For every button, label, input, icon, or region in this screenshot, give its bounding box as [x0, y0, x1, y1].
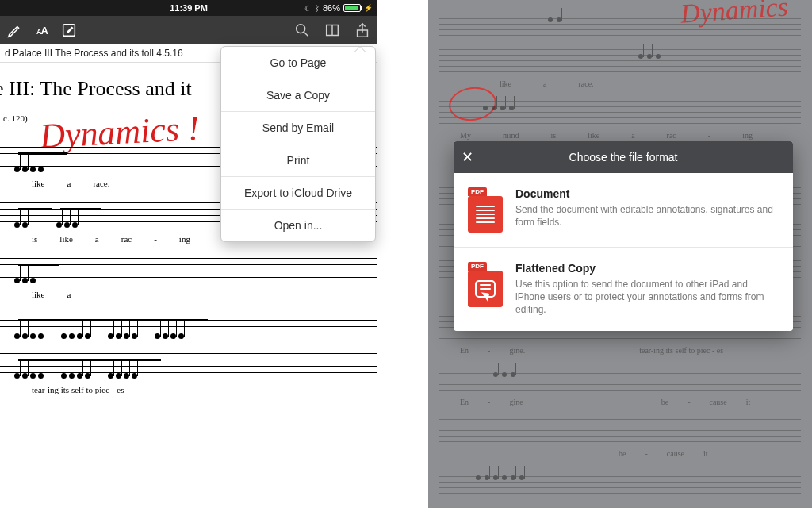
pdf-flattened-icon: PDF	[468, 262, 503, 317]
file-format-modal: ✕ Choose the file format PDF Document Se…	[454, 141, 793, 331]
right-screenshot: Dynamics likearace. Mymindislikearac-ing…	[428, 0, 812, 508]
screenshot-gap	[381, 0, 428, 508]
toolbar-left: AA	[6, 21, 78, 39]
option-desc: Use this option to send the document to …	[515, 278, 779, 317]
app-toolbar: AA	[0, 16, 377, 44]
lyrics-row: tear-ing its self to piec - es	[0, 385, 377, 394]
compose-icon[interactable]	[60, 21, 78, 39]
charging-icon: ⚡	[364, 4, 373, 12]
menu-send-email[interactable]: Send by Email	[221, 112, 375, 144]
staff-line	[439, 368, 801, 391]
ios-status-bar: 11:39 PM ☾ ᛒ 86% ⚡	[0, 0, 377, 16]
option-desc: Send the document with editable annotati…	[515, 203, 779, 229]
option-title: Document	[515, 187, 779, 200]
lyrics-row: En-gine. tear-ing its self to piec - es	[428, 346, 812, 355]
lyrics-row: En-gine be-causeit	[428, 398, 812, 406]
menu-save-copy[interactable]: Save a Copy	[221, 79, 375, 112]
option-text: Document Send the document with editable…	[515, 187, 779, 233]
menu-go-to-page[interactable]: Go to Page	[221, 47, 375, 79]
menu-open-in[interactable]: Open in...	[221, 210, 375, 241]
option-flattened[interactable]: PDF Flattened Copy Use this option to se…	[454, 247, 793, 331]
lyrics-row: Mymindislikearac-ing	[428, 131, 812, 140]
dnd-icon: ☾	[304, 4, 312, 13]
modal-header: ✕ Choose the file format	[454, 141, 793, 173]
staff-line	[439, 49, 801, 73]
battery-icon	[343, 4, 361, 12]
staff-line	[0, 314, 377, 339]
share-icon[interactable]	[354, 21, 371, 39]
staff-line	[0, 353, 377, 379]
staff-line	[0, 258, 377, 283]
battery-percent: 86%	[323, 3, 340, 13]
option-title: Flattened Copy	[515, 262, 779, 275]
text-size-icon[interactable]: AA	[36, 25, 48, 37]
share-menu: Go to Page Save a Copy Send by Email Pri…	[220, 46, 376, 242]
status-time: 11:39 PM	[170, 3, 208, 13]
left-screenshot: 11:39 PM ☾ ᛒ 86% ⚡ AA	[0, 0, 381, 508]
menu-export-icloud[interactable]: Export to iCloud Drive	[221, 177, 375, 210]
pdf-document-icon: PDF	[468, 187, 503, 233]
staff-line	[439, 13, 801, 37]
lyrics-row: likearace.	[428, 79, 812, 88]
search-icon[interactable]	[293, 21, 311, 39]
option-document[interactable]: PDF Document Send the document with edit…	[454, 173, 793, 247]
svg-point-1	[297, 25, 305, 33]
staff-line	[439, 419, 801, 443]
option-text: Flattened Copy Use this option to send t…	[515, 262, 779, 317]
toolbar-right	[293, 21, 371, 39]
draw-icon[interactable]	[6, 21, 24, 39]
bluetooth-icon: ᛒ	[315, 4, 320, 13]
staff-line	[439, 101, 801, 125]
staff-line	[439, 471, 801, 495]
status-right: ☾ ᛒ 86% ⚡	[304, 3, 373, 13]
modal-title: Choose the file format	[569, 151, 678, 164]
menu-print[interactable]: Print	[221, 144, 375, 177]
bookmarks-icon[interactable]	[324, 21, 341, 39]
close-icon[interactable]: ✕	[462, 148, 473, 166]
lyrics-row: be-causeit	[428, 449, 812, 458]
lyrics-row: like a	[0, 290, 377, 299]
